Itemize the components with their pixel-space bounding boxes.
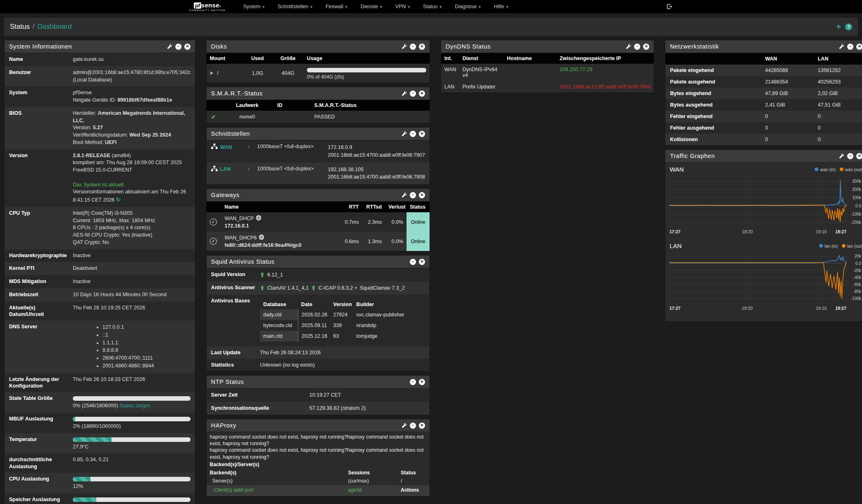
value-line: AES-NI CPU Crypto: Yes (inactive): [73, 232, 191, 239]
interface-id: LAN: [211, 166, 247, 173]
row-label: BIOS: [5, 107, 71, 149]
panel-title: Netzwerkstatistik: [670, 43, 839, 50]
wan-value: 21486354: [762, 76, 814, 88]
haproxy-cell: Client(s) addr:port: [210, 487, 348, 493]
haproxy-cell: Actions: [401, 487, 426, 493]
lan-value: 0: [814, 134, 862, 145]
value-line: Current: 1803 MHz, Max: 1804 MHz: [73, 217, 191, 225]
minimize-widget-icon[interactable]: −: [634, 44, 640, 50]
column-header: Database: [260, 300, 298, 309]
globe-icon: [259, 235, 264, 240]
nav-item-status[interactable]: Status▼: [417, 4, 448, 9]
gateway-ip: 172.16.0.1: [225, 223, 336, 229]
table-header-row: NameRTTRTTsdVerlustStatus: [207, 202, 430, 212]
chevron-down-icon: ▼: [344, 5, 348, 9]
lan-value: 0: [814, 122, 862, 134]
wrench-icon[interactable]: [401, 192, 407, 198]
date-cell: 2026.02.26: [298, 309, 330, 320]
row-label: System: [5, 86, 71, 107]
minimize-widget-icon[interactable]: −: [410, 379, 416, 385]
wrench-icon[interactable]: [401, 44, 407, 49]
text: 0% (2546/1606000): [73, 403, 119, 409]
nav-item-hilfe[interactable]: Hilfe▼: [488, 4, 515, 9]
refresh-icon[interactable]: ↻: [116, 196, 121, 203]
add-widget-icon[interactable]: +: [836, 23, 841, 31]
chevron-right-icon[interactable]: >: [210, 70, 213, 76]
wrench-icon[interactable]: [401, 131, 407, 137]
wrench-icon[interactable]: [167, 44, 172, 49]
close-widget-icon[interactable]: ✕: [643, 44, 649, 50]
haproxy-cell: Backend(s): [210, 469, 348, 476]
states-zeigen-link[interactable]: States zeigen: [119, 403, 151, 409]
breadcrumb-page-link[interactable]: Dashboard: [37, 23, 72, 31]
table-row: Bytes eingehend47,89 GiB2,02 GiB: [665, 88, 862, 99]
nav-item-diagnose[interactable]: Diagnose▼: [448, 4, 488, 9]
panel-title: Schnittstellen: [211, 130, 401, 137]
close-widget-icon[interactable]: ✕: [184, 44, 191, 50]
close-widget-icon[interactable]: ✕: [419, 192, 425, 198]
wrench-icon[interactable]: [401, 423, 407, 428]
close-widget-icon[interactable]: ✕: [856, 44, 862, 50]
close-widget-icon[interactable]: ✕: [419, 91, 425, 97]
minimize-widget-icon[interactable]: −: [410, 192, 416, 198]
graph-header: WANwan (in)wan (out): [669, 165, 862, 174]
progress-bar-fill: [73, 437, 112, 442]
close-widget-icon[interactable]: ✕: [856, 153, 862, 159]
nav-menu: System▼ Schnittstellen▼ Firewall▼ Dienst…: [237, 4, 666, 9]
pfsense-logo[interactable]: pfsense® COMMUNITY EDITION: [189, 2, 225, 12]
row-label: Kernel PTI: [5, 262, 71, 275]
row-value: 12%: [71, 473, 195, 493]
panel-schnittstellen: Schnittstellen −✕ WAN↑1000baseT <full-du…: [206, 127, 430, 185]
value-line: Veröffentlichungsdatum: Wed Sep 25 2024: [73, 132, 191, 139]
value-line: 2% (18890/1000000): [73, 423, 191, 430]
text: Version:: [73, 125, 93, 130]
logout-icon[interactable]: [666, 3, 673, 10]
minimize-widget-icon[interactable]: −: [410, 423, 416, 429]
wan-value: 2,41 GiB: [762, 99, 814, 111]
svg-text:19:27: 19:27: [836, 229, 847, 234]
minimize-widget-icon[interactable]: −: [847, 153, 853, 159]
value-line: QAT Crypto: No: [73, 239, 191, 246]
ipv4-address: 172.16.0.9: [328, 144, 425, 151]
close-widget-icon[interactable]: ✕: [419, 44, 425, 50]
minimize-widget-icon[interactable]: −: [175, 44, 181, 50]
gateway-row: ✓WAN_DHCP172.16.0.10.7ms2.3ms0.0%Online: [207, 212, 430, 232]
minimize-widget-icon[interactable]: −: [410, 259, 416, 265]
minimize-widget-icon[interactable]: −: [410, 131, 416, 137]
interface-link-wan[interactable]: WAN: [220, 144, 232, 150]
close-widget-icon[interactable]: ✕: [419, 423, 425, 429]
nav-item-schnittstellen[interactable]: Schnittstellen▼: [272, 4, 319, 9]
wrench-icon[interactable]: [625, 44, 631, 49]
progress-bar-fill: [73, 417, 75, 421]
row-label: MDS Mitigation: [5, 275, 71, 288]
value-line: [73, 174, 191, 181]
haproxy-cell: Server(s): [210, 478, 348, 484]
close-widget-icon[interactable]: ✕: [419, 131, 425, 137]
wrench-icon[interactable]: [839, 44, 844, 49]
nav-item-vpn[interactable]: VPN▼: [389, 4, 417, 9]
nav-item-firewall[interactable]: Firewall▼: [319, 4, 354, 9]
svg-text:-100k: -100k: [851, 212, 862, 216]
panel-system-informationen: System Informationen −✕ Namegate.kurek.s…: [4, 40, 195, 504]
interface-link-lan[interactable]: LAN: [220, 166, 231, 172]
minimize-widget-icon[interactable]: −: [410, 44, 416, 50]
minimize-widget-icon[interactable]: −: [847, 44, 853, 50]
help-icon[interactable]: ?: [845, 23, 852, 30]
network-icon: [211, 166, 218, 172]
row-value: DatabaseDateVersionBuilderdaily.cld2026.…: [259, 295, 430, 346]
wrench-icon[interactable]: [839, 153, 844, 159]
value-line: admin@2001:16b8:ae15:4780:8f1d:99fa:e705…: [73, 69, 191, 77]
value-line: FreeBSD 15.0-CURRENT: [73, 167, 191, 174]
text: Thu Feb 26 10:19:25 CET 2026: [73, 305, 145, 311]
service-cell: DynDNS-IPv64 v4: [459, 64, 504, 81]
text: 8 CPUs : 2 package(s) x 4 core(s): [73, 225, 150, 230]
database-cell: bytecode.cld: [260, 320, 298, 331]
close-widget-icon[interactable]: ✕: [419, 379, 425, 385]
chevron-down-icon: ▼: [407, 5, 411, 9]
close-widget-icon[interactable]: ✕: [419, 259, 425, 265]
wrench-icon[interactable]: [401, 91, 407, 96]
nav-item-dienste[interactable]: Dienste▼: [354, 4, 389, 9]
minimize-widget-icon[interactable]: −: [410, 91, 416, 97]
graph-title: WAN: [669, 166, 815, 173]
nav-item-system[interactable]: System▼: [237, 4, 272, 9]
